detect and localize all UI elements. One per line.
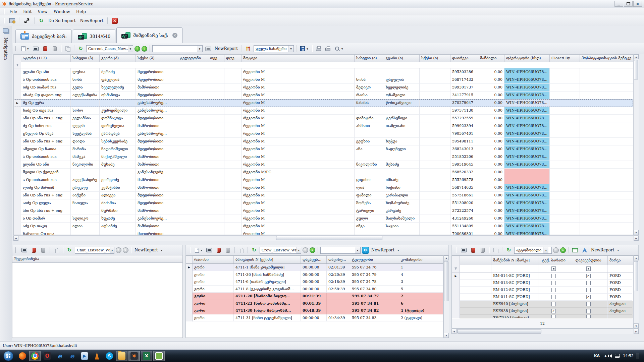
table-row[interactable]: ანი Op ანა rus + eng მურმანი მამრობითი რ…: [14, 207, 633, 215]
restore-button[interactable]: [624, 1, 633, 7]
view-combo[interactable]: ავტომობილი▼: [514, 247, 552, 254]
crew-vertical-scrollbar[interactable]: ▲ ▼: [443, 255, 449, 338]
new-report-button[interactable]: NewReport: [79, 17, 105, 25]
new-case-button[interactable]: ▼: [20, 45, 30, 53]
tab-current-cases[interactable]: მიმდინარე საქ:: [116, 27, 182, 43]
volume-icon[interactable]: [609, 354, 612, 358]
checkbox[interactable]: [551, 315, 556, 318]
table-row[interactable]: ანი Op ანა rus + eng აიქუნი ალიევა მდედრ…: [14, 192, 633, 199]
records-filter[interactable]: [244, 45, 252, 53]
table-row[interactable]: იძე Op თამარ rus გელა ხველელიძე მამრობით…: [14, 84, 633, 92]
column-header[interactable]: დღე: [224, 55, 241, 62]
table-row[interactable]: გორი 4711-30 [იაგო მარკოზაშ... 00:48:39 …: [186, 307, 443, 314]
next-record-button[interactable]: ↓: [142, 46, 147, 52]
menu-item[interactable]: Edit: [20, 9, 35, 15]
copy-button[interactable]: [492, 246, 500, 254]
table-row[interactable]: გორი 4711-23 [ნინო კოპინაშვ... 00:01:39 …: [186, 300, 443, 307]
column-header[interactable]: დაკავებულია: [569, 256, 608, 265]
do-so-import-button[interactable]: Do So Import: [47, 17, 77, 25]
checkbox[interactable]: [586, 315, 591, 318]
column-header[interactable]: [460, 256, 491, 265]
menu-item[interactable]: Window: [51, 9, 73, 15]
table-row[interactable]: ელანი Op ანი ნიკოლოზი მუხაძე მამრობითი რ…: [14, 161, 633, 169]
red-book-button[interactable]: [215, 246, 223, 254]
print-settings-button[interactable]: [315, 45, 323, 53]
tab-close-icon[interactable]: [172, 33, 177, 38]
column-header[interactable]: ატორი (112): [21, 55, 71, 62]
column-header[interactable]: მარკა: [608, 256, 632, 265]
column-header[interactable]: ტელეფონი: [350, 256, 399, 263]
vlc[interactable]: [91, 351, 103, 361]
ie2[interactable]: e: [66, 351, 78, 361]
search-combo[interactable]: ▼: [152, 45, 203, 52]
close-button[interactable]: [633, 1, 642, 7]
vehicles-pager[interactable]: 12: [451, 319, 633, 328]
folder[interactable]: [116, 351, 127, 361]
table-row[interactable]: EM-011-SC [FORD] FORD: [452, 294, 633, 301]
table-row[interactable]: გორი 4711-6 [თამარ გერგაული] 00:00:00 02…: [186, 278, 443, 286]
keyboard-icon[interactable]: [615, 354, 620, 358]
column-header[interactable]: ჰოსპიტალიზაციის მენეჯე: [580, 55, 633, 62]
copy-button[interactable]: [237, 246, 245, 254]
search-combo[interactable]: ▼: [320, 247, 361, 254]
monitor-button[interactable]: [20, 246, 29, 254]
table-row[interactable]: ცხელია Op მაკა სვეტლანა ქარადავა განუსაზ…: [14, 130, 633, 138]
checkbox[interactable]: [551, 295, 556, 299]
expand-button[interactable]: [22, 17, 32, 25]
page-number[interactable]: 12: [540, 321, 545, 326]
new-report-button[interactable]: NewReport: [370, 248, 395, 252]
excel[interactable]: X: [141, 351, 152, 361]
refresh-grid-button[interactable]: ↻: [505, 246, 513, 254]
navigation-strip[interactable]: Navigation: [0, 26, 12, 341]
menu-item[interactable]: View: [35, 9, 51, 15]
table-row[interactable]: ▶ შე Op ვერა განუსაზღვრე... რეგიონი M მა…: [14, 99, 633, 107]
column-header[interactable]: თავისუ...: [327, 256, 350, 263]
table-row[interactable]: გორი 4711-20 [მარიამი ბოლო... 00:21:39 5…: [186, 293, 443, 300]
table-row[interactable]: ა Op თინათინ rus ნონა ფაცულია მდედრობითი…: [14, 76, 633, 84]
next-record-button[interactable]: ↓: [560, 247, 566, 253]
red-book-button[interactable]: [30, 246, 38, 254]
table-row[interactable]: იხაძე Op დავით eng ალექსანდრა ოსმანოვა მ…: [14, 92, 633, 99]
vehicles-horizontal-scrollbar[interactable]: ◀ ▶: [451, 328, 639, 334]
vehicles-vertical-scrollbar[interactable]: ▲ ▼: [633, 255, 639, 328]
table-row[interactable]: აიძე Op ლელა ნათელა ძაძამია მდედრობითი რ…: [14, 199, 633, 207]
show-desktop-button[interactable]: [637, 353, 639, 359]
new-button[interactable]: ▼: [194, 246, 204, 254]
red-book-button[interactable]: [469, 246, 477, 254]
table-row[interactable]: ESE940 [ჰიუნდაი] ჰიუნდაი: [452, 301, 633, 308]
table-row[interactable]: გორი 4711-8 [ეკატერინე გოგიჩაიშ... 00:00…: [186, 286, 443, 293]
refresh-grid-button[interactable]: ↻: [65, 246, 73, 254]
checkbox[interactable]: [551, 302, 556, 306]
view-combo[interactable]: Crew_ListView_With...▼: [260, 247, 301, 254]
column-header[interactable]: მოტივი: [241, 55, 355, 62]
table-row[interactable]: აშვილი Op ნათია მარინა ნადირაშვილი მდედრ…: [14, 145, 633, 153]
search-button[interactable]: ▼: [333, 45, 344, 53]
start-button[interactable]: [3, 351, 13, 361]
wmedia[interactable]: ▶: [79, 351, 90, 361]
view-combo[interactable]: Chat_ListView_With...▼: [75, 247, 114, 254]
tray-expand-icon[interactable]: ▲: [604, 354, 606, 357]
opera[interactable]: O: [42, 351, 53, 361]
column-header[interactable]: ტექ. ბარათი: [538, 256, 569, 265]
table-row[interactable]: ანი Op ანა rus + eng ევლამპია დოშნაკოვა …: [14, 115, 633, 122]
next-record-button[interactable]: ↓: [310, 247, 315, 253]
calc[interactable]: [153, 351, 165, 361]
column-header[interactable]: სქესი (პ): [136, 55, 178, 62]
column-header[interactable]: ტელეფონი: [178, 55, 208, 62]
column-header[interactable]: კომანდირი: [399, 256, 443, 263]
emergency[interactable]: [128, 351, 140, 361]
prev-record-button[interactable]: ↑: [135, 46, 140, 52]
refresh-grid-button[interactable]: ↻: [250, 246, 258, 254]
checkbox[interactable]: [586, 274, 591, 278]
filter-checkbox[interactable]: [586, 266, 591, 271]
column-header[interactable]: თვე: [208, 55, 224, 62]
column-header[interactable]: შეტყობინება: [14, 257, 39, 261]
settings-button[interactable]: [362, 247, 369, 254]
red-book-button[interactable]: [41, 45, 49, 53]
table-row[interactable]: EM-012-SC [FORD] FORD: [452, 287, 633, 294]
filter-row[interactable]: [452, 265, 633, 273]
column-header[interactable]: გვარი (პ): [100, 55, 136, 62]
column-header[interactable]: დაკავებ...: [301, 256, 327, 263]
table-row[interactable]: გორი 4711-36 [მაია სამხარაძე] 00:00:00 0…: [186, 271, 443, 279]
table-row[interactable]: ხაშვილი Op თეა მდედრობითი რეგიონი M 7006…: [14, 230, 633, 235]
